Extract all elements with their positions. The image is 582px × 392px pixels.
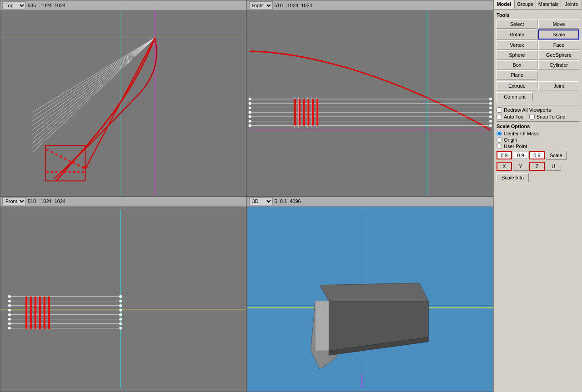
svg-point-93 bbox=[8, 322, 11, 325]
tools-grid-2: Extrude Joint bbox=[497, 81, 579, 90]
right-panel: Model Groups Materials Joints Tools Sele… bbox=[493, 0, 582, 392]
y-axis-button[interactable]: Y bbox=[513, 162, 528, 171]
svg-point-23 bbox=[82, 167, 84, 169]
viewport-top-left-select[interactable]: TopFrontRight3D bbox=[2, 1, 26, 10]
svg-point-19 bbox=[64, 158, 66, 160]
svg-line-9 bbox=[32, 38, 155, 134]
svg-point-17 bbox=[55, 153, 58, 155]
vertex-button[interactable]: Vertex bbox=[497, 40, 537, 50]
scale-button[interactable]: Scale bbox=[538, 30, 579, 40]
select-button[interactable]: Select bbox=[497, 20, 537, 29]
viewport-bottom-left-header: FrontTopRight3D 510 -1024 1024 bbox=[0, 197, 246, 207]
extrude-button[interactable]: Extrude bbox=[497, 81, 537, 90]
user-point-label: User Point bbox=[504, 144, 527, 149]
snap-to-grid-checkbox[interactable] bbox=[529, 114, 535, 119]
svg-point-97 bbox=[119, 304, 122, 307]
svg-rect-34 bbox=[250, 10, 490, 196]
origin-row: Origin bbox=[497, 137, 579, 143]
svg-point-28 bbox=[64, 171, 66, 173]
top-right-svg bbox=[247, 10, 493, 196]
scale-y-input[interactable] bbox=[513, 152, 528, 159]
svg-rect-85 bbox=[44, 296, 45, 329]
face-button[interactable]: Face bbox=[538, 40, 579, 50]
origin-radio[interactable] bbox=[497, 137, 502, 143]
x-axis-button[interactable]: X bbox=[497, 162, 512, 171]
svg-rect-82 bbox=[30, 296, 32, 329]
u-axis-button[interactable]: U bbox=[546, 162, 561, 171]
svg-rect-83 bbox=[35, 296, 36, 329]
viewport-bottom-right-select[interactable]: 3DTopFrontRight bbox=[249, 197, 273, 205]
svg-point-32 bbox=[82, 171, 84, 173]
viewport-top-right-header: RightTopFront3D 510 -1024 1024 bbox=[247, 0, 493, 10]
svg-point-102 bbox=[119, 327, 122, 329]
redraw-all-viewports-row: Redraw All Viewports bbox=[497, 107, 579, 113]
svg-line-11 bbox=[32, 38, 155, 143]
svg-point-96 bbox=[119, 299, 122, 302]
scale-z-input[interactable] bbox=[529, 151, 545, 159]
svg-point-101 bbox=[119, 322, 122, 325]
scale-into-button[interactable]: Scale Into bbox=[497, 173, 529, 182]
rotate-button[interactable]: Rotate bbox=[497, 30, 537, 40]
svg-point-16 bbox=[51, 151, 53, 154]
viewport-top-right-select[interactable]: RightTopFront3D bbox=[249, 1, 273, 10]
svg-point-25 bbox=[51, 171, 53, 173]
user-point-row: User Point bbox=[497, 144, 579, 149]
center-of-mass-radio[interactable] bbox=[497, 131, 502, 136]
app-container: TopFrontRight3D 535 -1024 1024 bbox=[0, 0, 582, 392]
tab-joints[interactable]: Joints bbox=[561, 0, 582, 9]
svg-point-59 bbox=[248, 111, 251, 114]
redraw-all-viewports-checkbox[interactable] bbox=[497, 107, 502, 113]
bottom-right-svg bbox=[247, 207, 493, 392]
svg-point-56 bbox=[248, 98, 251, 100]
scale-axis-row: X Y Z U bbox=[497, 162, 579, 171]
plane-button[interactable]: Plane bbox=[497, 70, 537, 79]
svg-point-64 bbox=[489, 102, 492, 105]
svg-line-13 bbox=[32, 38, 155, 152]
svg-point-98 bbox=[119, 308, 122, 311]
svg-point-66 bbox=[489, 111, 492, 114]
viewport-bottom-right[interactable]: 3DTopFrontRight 5 0.1 4096 bbox=[247, 196, 494, 392]
z-axis-button[interactable]: Z bbox=[529, 162, 545, 171]
user-point-radio[interactable] bbox=[497, 144, 502, 149]
svg-point-26 bbox=[55, 171, 58, 173]
svg-point-99 bbox=[119, 313, 122, 316]
viewports-area: TopFrontRight3D 535 -1024 1024 bbox=[0, 0, 493, 392]
svg-rect-54 bbox=[312, 99, 314, 125]
viewport-top-right-coords: 510 -1024 1024 bbox=[275, 3, 312, 8]
svg-point-92 bbox=[8, 318, 11, 320]
box-button[interactable]: Box bbox=[497, 60, 537, 69]
cylinder-button[interactable]: Cylinder bbox=[538, 60, 579, 69]
center-of-mass-row: Center Of Mass bbox=[497, 131, 579, 136]
tab-model[interactable]: Model bbox=[494, 0, 515, 9]
svg-line-4 bbox=[32, 38, 155, 112]
svg-point-65 bbox=[489, 107, 492, 109]
move-button[interactable]: Move bbox=[538, 20, 579, 29]
svg-line-6 bbox=[32, 38, 155, 121]
svg-rect-0 bbox=[3, 10, 243, 196]
svg-line-10 bbox=[32, 38, 155, 139]
viewport-bottom-left[interactable]: FrontTopRight3D 510 -1024 1024 bbox=[0, 196, 247, 392]
svg-point-15 bbox=[46, 149, 49, 151]
scale-x-input[interactable] bbox=[497, 151, 512, 159]
snap-to-grid-label: Snap To Grid bbox=[537, 114, 566, 119]
tab-materials[interactable]: Materials bbox=[536, 0, 562, 9]
sphere-button[interactable]: Sphere bbox=[497, 50, 537, 60]
tab-groups[interactable]: Groups bbox=[515, 0, 536, 9]
svg-point-62 bbox=[248, 124, 251, 127]
comment-button[interactable]: Comment bbox=[497, 92, 533, 101]
svg-rect-70 bbox=[0, 210, 246, 388]
svg-point-87 bbox=[8, 295, 11, 298]
joint-button[interactable]: Joint bbox=[538, 81, 579, 90]
svg-rect-51 bbox=[298, 99, 300, 125]
auto-tool-checkbox[interactable] bbox=[497, 114, 502, 119]
geosphere-button[interactable]: GeoSphere bbox=[538, 50, 579, 60]
svg-rect-55 bbox=[316, 99, 318, 125]
svg-point-20 bbox=[69, 160, 71, 162]
svg-point-94 bbox=[8, 327, 11, 329]
svg-rect-81 bbox=[25, 296, 27, 329]
viewport-top-left[interactable]: TopFrontRight3D 535 -1024 1024 bbox=[0, 0, 247, 196]
viewport-top-right[interactable]: RightTopFront3D 510 -1024 1024 bbox=[247, 0, 494, 196]
scale-action-button[interactable]: Scale bbox=[546, 151, 567, 160]
viewport-bottom-left-select[interactable]: FrontTopRight3D bbox=[2, 197, 26, 205]
tools-grid: Select Move Rotate Scale Vertex Face Sph… bbox=[497, 20, 579, 79]
